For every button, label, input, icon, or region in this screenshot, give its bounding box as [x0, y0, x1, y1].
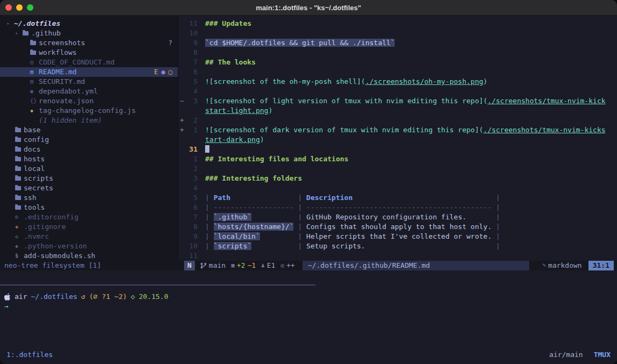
- status-marker: ▢: [169, 67, 172, 77]
- editor-line[interactable]: +1![screenshot of dark version of tmux w…: [178, 125, 617, 135]
- close-button[interactable]: [5, 4, 12, 11]
- syntax-segment: ): [483, 77, 488, 85]
- file-icon: {}: [30, 96, 39, 106]
- editor-line[interactable]: 11: [178, 251, 617, 261]
- editor-line[interactable]: 11### Updates: [178, 19, 617, 28]
- gitsign: [178, 87, 186, 96]
- tree-item-nvmrc[interactable]: ◇.nvmrc: [0, 232, 178, 241]
- editor-line[interactable]: 9`cd $HOME/.dotfiles && git pull && ./in…: [178, 38, 617, 48]
- gitsign: [178, 203, 186, 212]
- editor-line[interactable]: 9| `local/bin` | Helper scripts that I'v…: [178, 232, 617, 241]
- syntax-segment: ): [268, 106, 272, 115]
- neotree-status: neo-tree filesystem [1]: [0, 261, 182, 270]
- gitsign: [178, 174, 186, 183]
- folder-icon: [15, 176, 21, 181]
- editor-line[interactable]: 7## The looks: [178, 58, 617, 67]
- syntax-segment: [353, 194, 492, 202]
- editor-line[interactable]: ~3![screenshot of light version of tmux …: [178, 96, 617, 106]
- tree-item-workflows[interactable]: workflows: [0, 48, 178, 58]
- tree-item-screenshots[interactable]: screenshots?: [0, 38, 178, 48]
- tree-item-dependabot-yml[interactable]: ◉dependabot.yml: [0, 87, 178, 96]
- shell-prompt: air ~/.dotfiles ↺ (∅ ?1 ~2) ◇ 20.15.0: [4, 292, 617, 302]
- file-icon: ◆: [15, 241, 24, 251]
- tree-item-tools[interactable]: tools: [0, 203, 178, 212]
- gitsign: [178, 183, 186, 193]
- syntax-segment: `hosts/{hostname}/`: [214, 223, 294, 231]
- tree-item-1-hidden-item[interactable]: (1 hidden item): [0, 116, 178, 125]
- file-icon: ▤: [30, 67, 39, 77]
- editor-line[interactable]: 6: [178, 67, 617, 77]
- apple-icon: [4, 293, 11, 301]
- syntax-segment: |: [205, 232, 214, 240]
- tree-item-local[interactable]: local: [0, 164, 178, 174]
- line-text: ## The looks: [205, 58, 256, 67]
- minimize-button[interactable]: [16, 4, 23, 11]
- tree-item-scripts[interactable]: scripts: [0, 174, 178, 183]
- tree-item-tag-changelog-config-js[interactable]: ◆tag-changelog-config.js: [0, 106, 178, 116]
- tree-item-base[interactable]: base: [0, 125, 178, 135]
- tmux-pane-border[interactable]: [0, 284, 315, 286]
- shell-pane[interactable]: air ~/.dotfiles ↺ (∅ ?1 ~2) ◇ 20.15.0 →: [4, 292, 617, 311]
- folder-icon: [30, 41, 36, 45]
- editor-line[interactable]: 5| Path | Description |: [178, 193, 617, 203]
- expander-icon[interactable]: ▾: [6, 19, 14, 28]
- tree-item-gitignore[interactable]: ◆.gitignore: [0, 222, 178, 232]
- editor-line[interactable]: 31: [178, 145, 617, 154]
- tree-item-python-version[interactable]: ◆.python-version: [0, 241, 178, 251]
- tree-item-label: ~/.dotfiles: [14, 19, 60, 28]
- tree-item-github[interactable]: ▾.github: [0, 28, 178, 38]
- status-markers: ?: [169, 38, 172, 48]
- editor-line[interactable]: 10| `scripts` | Setup scripts. |: [178, 241, 617, 251]
- diff-changed-count: ~1: [247, 261, 256, 270]
- editor-line[interactable]: 5![screenshot of the oh-my-posh shell](.…: [178, 77, 617, 87]
- prompt-arrow[interactable]: →: [4, 302, 617, 311]
- gitsign: [178, 193, 186, 203]
- syntax-segment: |: [293, 242, 306, 250]
- tree-item-add-submodules-sh[interactable]: $add-submodules.sh: [0, 251, 178, 261]
- gitsign: [178, 19, 186, 28]
- tree-item-security-md[interactable]: ▤SECURITY.md: [0, 77, 178, 87]
- tmux-statusbar: 1:.dotfiles air/main TMUX: [0, 345, 617, 364]
- editor-line[interactable]: 2: [178, 164, 617, 174]
- tree-item-code-of-conduct-md[interactable]: ▤CODE_OF_CONDUCT.md: [0, 58, 178, 67]
- gitsign: [178, 145, 186, 154]
- syntax-segment: |: [293, 194, 306, 202]
- editor-line[interactable]: tart-dark.png): [178, 135, 617, 145]
- tree-item-readme-md[interactable]: ▤README.mdE●▢: [0, 67, 178, 77]
- editor-line[interactable]: 4: [178, 183, 617, 193]
- editor-line[interactable]: 1## Interesting files and locations: [178, 154, 617, 164]
- editor-line[interactable]: 8| `hosts/{hostname}/` | Configs that sh…: [178, 222, 617, 232]
- syntax-segment: [260, 232, 294, 240]
- git-branch-name: main: [209, 261, 226, 270]
- file-icon: ◇: [15, 232, 24, 241]
- editor-line[interactable]: 4: [178, 87, 617, 96]
- nvim-cmdline: [0, 270, 617, 280]
- tree-item-ssh[interactable]: ssh: [0, 193, 178, 203]
- gitsign: [178, 67, 186, 77]
- tree-item-renovate-json[interactable]: {}renovate.json: [0, 96, 178, 106]
- editor-line[interactable]: 6| ------------------- | ---------------…: [178, 203, 617, 212]
- zoom-button[interactable]: [27, 4, 33, 11]
- expander-icon[interactable]: ▾: [15, 28, 23, 38]
- editor-line[interactable]: start-light.png): [178, 106, 617, 116]
- tmux-window-label[interactable]: 1:.dotfiles: [6, 351, 53, 359]
- tree-item-config[interactable]: config: [0, 135, 178, 145]
- tree-item-secrets[interactable]: secrets: [0, 183, 178, 193]
- terminal-window: main:1:.dotfiles - "ks~/.dotfiles" ▾~/.d…: [0, 0, 617, 364]
- tree-item-label: tag-changelog-config.js: [39, 106, 136, 116]
- editor-buffer[interactable]: 11### Updates109`cd $HOME/.dotfiles && g…: [178, 16, 617, 261]
- syntax-segment: ### Updates: [205, 19, 251, 27]
- tree-item-docs[interactable]: docs: [0, 145, 178, 154]
- editor-line[interactable]: +2: [178, 116, 617, 125]
- syntax-segment: tart-dark.png: [205, 135, 260, 144]
- tree-item-label: .gitignore: [24, 222, 66, 232]
- tree-item-editorconfig[interactable]: ⚙.editorconfig: [0, 212, 178, 222]
- tree-item-label: add-submodules.sh: [24, 251, 95, 261]
- editor-line[interactable]: 10: [178, 28, 617, 38]
- tree-item-hosts[interactable]: hosts: [0, 154, 178, 164]
- editor-line[interactable]: 8: [178, 48, 617, 58]
- tree-item-dotfiles[interactable]: ▾~/.dotfiles: [0, 19, 178, 28]
- editor-line[interactable]: 7| `.github` | GitHub Repository configu…: [178, 212, 617, 222]
- editor-line[interactable]: 3### Interesting folders: [178, 174, 617, 183]
- line-number: 4: [186, 87, 198, 96]
